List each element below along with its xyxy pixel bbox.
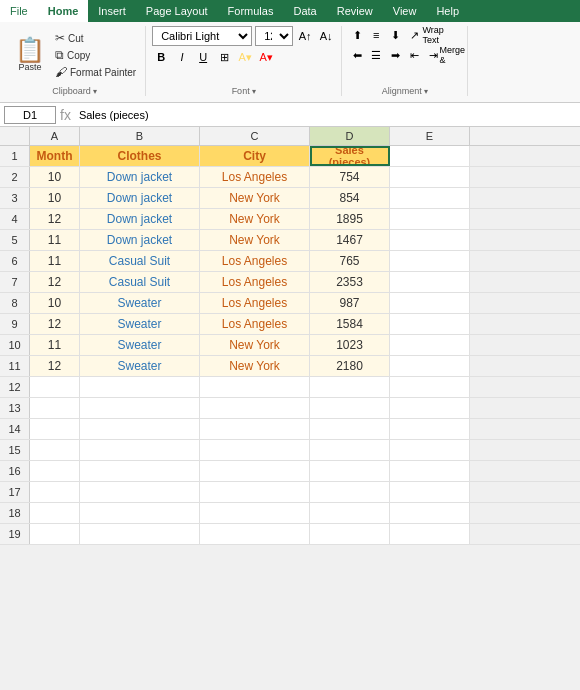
cell-d10[interactable]: 1023 [310,335,390,355]
row-header-9[interactable]: 9 [0,314,30,334]
increase-font-button[interactable]: A↑ [296,27,314,45]
cell-d19[interactable] [310,524,390,544]
copy-button[interactable]: ⧉ Copy [52,47,139,63]
menu-review[interactable]: Review [327,0,383,22]
merge-button[interactable]: Merge & [443,46,461,64]
menu-file[interactable]: File [0,0,38,22]
font-size-selector[interactable]: 12 [255,26,293,46]
cell-a1[interactable]: Month [30,146,80,166]
row-header-15[interactable]: 15 [0,440,30,460]
cell-e19[interactable] [390,524,470,544]
cell-d7[interactable]: 2353 [310,272,390,292]
align-middle-button[interactable]: ≡ [367,26,385,44]
cell-e9[interactable] [390,314,470,334]
cell-e10[interactable] [390,335,470,355]
paste-button[interactable]: 📋 Paste [10,29,50,81]
cell-b11[interactable]: Sweater [80,356,200,376]
cell-b8[interactable]: Sweater [80,293,200,313]
cell-b9[interactable]: Sweater [80,314,200,334]
cell-b6[interactable]: Casual Suit [80,251,200,271]
col-header-a[interactable]: A [30,127,80,145]
cell-a9[interactable]: 12 [30,314,80,334]
cell-b17[interactable] [80,482,200,502]
cell-e14[interactable] [390,419,470,439]
cell-a17[interactable] [30,482,80,502]
cell-b16[interactable] [80,461,200,481]
cell-b12[interactable] [80,377,200,397]
menu-view[interactable]: View [383,0,427,22]
cell-b19[interactable] [80,524,200,544]
menu-help[interactable]: Help [426,0,469,22]
cell-d6[interactable]: 765 [310,251,390,271]
cell-b15[interactable] [80,440,200,460]
cell-b7[interactable]: Casual Suit [80,272,200,292]
underline-button[interactable]: U [194,48,212,66]
cell-d3[interactable]: 854 [310,188,390,208]
row-header-1[interactable]: 1 [0,146,30,166]
cell-b3[interactable]: Down jacket [80,188,200,208]
cell-reference-input[interactable] [4,106,56,124]
col-header-d[interactable]: D [310,127,390,145]
cell-d17[interactable] [310,482,390,502]
cell-b4[interactable]: Down jacket [80,209,200,229]
cell-a15[interactable] [30,440,80,460]
row-header-19[interactable]: 19 [0,524,30,544]
bold-button[interactable]: B [152,48,170,66]
cell-c1[interactable]: City [200,146,310,166]
cell-c5[interactable]: New York [200,230,310,250]
clipboard-expand-icon[interactable]: ▾ [93,87,97,96]
cell-c12[interactable] [200,377,310,397]
cell-d15[interactable] [310,440,390,460]
row-header-14[interactable]: 14 [0,419,30,439]
cell-c7[interactable]: Los Angeles [200,272,310,292]
cell-b10[interactable]: Sweater [80,335,200,355]
menu-data[interactable]: Data [283,0,326,22]
cell-c4[interactable]: New York [200,209,310,229]
row-header-4[interactable]: 4 [0,209,30,229]
format-painter-button[interactable]: 🖌 Format Painter [52,64,139,80]
align-left-button[interactable]: ⬅ [348,46,366,64]
cell-a3[interactable]: 10 [30,188,80,208]
cell-e1[interactable] [390,146,470,166]
cell-e5[interactable] [390,230,470,250]
cell-a12[interactable] [30,377,80,397]
cut-button[interactable]: ✂ Cut [52,30,139,46]
cell-e6[interactable] [390,251,470,271]
align-bottom-button[interactable]: ⬇ [386,26,404,44]
menu-insert[interactable]: Insert [88,0,136,22]
cell-b18[interactable] [80,503,200,523]
orientation-button[interactable]: ↗ [405,26,423,44]
menu-page-layout[interactable]: Page Layout [136,0,218,22]
col-header-c[interactable]: C [200,127,310,145]
cell-a14[interactable] [30,419,80,439]
row-header-18[interactable]: 18 [0,503,30,523]
col-header-e[interactable]: E [390,127,470,145]
cell-c11[interactable]: New York [200,356,310,376]
cell-c16[interactable] [200,461,310,481]
cell-a8[interactable]: 10 [30,293,80,313]
cell-c19[interactable] [200,524,310,544]
cell-d2[interactable]: 754 [310,167,390,187]
cell-b14[interactable] [80,419,200,439]
cell-c18[interactable] [200,503,310,523]
cell-e4[interactable] [390,209,470,229]
cell-d13[interactable] [310,398,390,418]
cell-c15[interactable] [200,440,310,460]
row-header-17[interactable]: 17 [0,482,30,502]
cell-c17[interactable] [200,482,310,502]
wrap-text-button[interactable]: Wrap Text [424,26,442,44]
cell-c9[interactable]: Los Angeles [200,314,310,334]
row-header-5[interactable]: 5 [0,230,30,250]
cell-d14[interactable] [310,419,390,439]
cell-d9[interactable]: 1584 [310,314,390,334]
cell-a10[interactable]: 11 [30,335,80,355]
row-header-2[interactable]: 2 [0,167,30,187]
italic-button[interactable]: I [173,48,191,66]
cell-b2[interactable]: Down jacket [80,167,200,187]
cell-c2[interactable]: Los Angeles [200,167,310,187]
cell-c3[interactable]: New York [200,188,310,208]
cell-a11[interactable]: 12 [30,356,80,376]
font-expand-icon[interactable]: ▾ [252,87,256,96]
cell-e18[interactable] [390,503,470,523]
cell-b5[interactable]: Down jacket [80,230,200,250]
